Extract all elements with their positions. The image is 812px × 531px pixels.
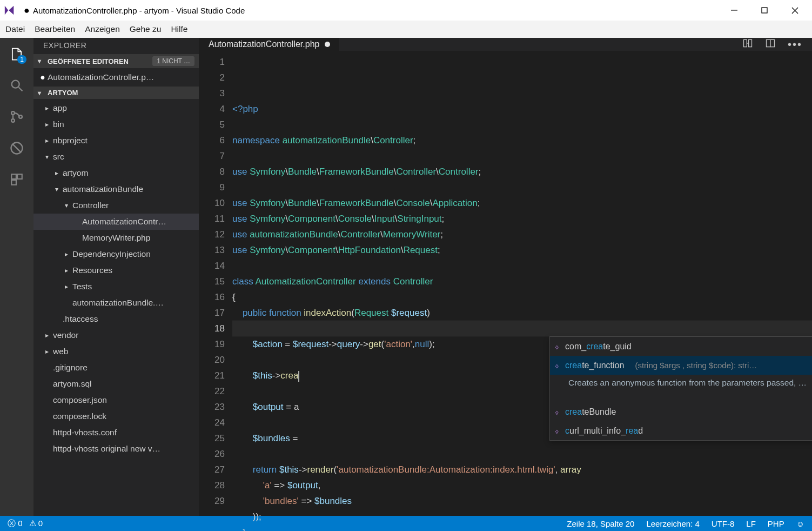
tree-item[interactable]: automatizationBundle.… [33, 295, 199, 311]
tree-item[interactable]: composer.json [33, 392, 199, 408]
tab-label: AutomatizationController.php [209, 39, 319, 49]
tree-item[interactable]: ▸Resources [33, 262, 199, 278]
svg-rect-7 [11, 174, 16, 179]
tree-item[interactable]: ▸web [33, 343, 199, 360]
tree-item[interactable]: .gitignore [33, 360, 199, 376]
close-button[interactable] [780, 0, 810, 21]
tree-item[interactable]: AutomatizationContr… [33, 214, 199, 230]
svg-rect-11 [749, 39, 752, 47]
svg-point-4 [11, 119, 15, 122]
compare-icon[interactable] [742, 38, 753, 51]
activity-bar: 1 [0, 38, 33, 516]
status-warnings[interactable]: ⚠ 0 [29, 519, 43, 528]
explorer-badge: 1 [17, 55, 26, 64]
tree-item[interactable]: httpd-vhosts.conf [33, 424, 199, 441]
tree-item[interactable]: ▸artyom [33, 165, 199, 181]
svg-rect-0 [731, 10, 737, 11]
sidebar-title: EXPLORER [33, 38, 199, 54]
tree-item[interactable]: ▸Tests [33, 278, 199, 295]
tree-item[interactable]: ▾automatizationBundle [33, 181, 199, 197]
split-editor-icon[interactable] [765, 38, 776, 51]
tree-item[interactable]: ▸app [33, 100, 199, 116]
activity-extensions-icon[interactable] [8, 171, 25, 188]
suggest-item[interactable]: ⬨curl_multi_info_read [550, 421, 812, 440]
minimize-button[interactable] [719, 0, 749, 21]
open-editors-header[interactable]: ▾ GEÖFFNETE EDITOREN 1 NICHT … [33, 54, 199, 68]
activity-debug-icon[interactable] [8, 140, 25, 157]
editor-tab[interactable]: AutomatizationController.php [199, 38, 339, 51]
svg-rect-1 [762, 8, 767, 13]
suggest-item[interactable]: ⬨create_function (string $args , string … [550, 356, 812, 375]
suggest-widget: ⬨com_create_guid ⬨create_function (strin… [549, 336, 812, 441]
menu-edit[interactable]: Bearbeiten [35, 24, 75, 34]
svg-rect-10 [743, 39, 747, 47]
tree-item[interactable]: artyom.sql [33, 376, 199, 392]
tree-item[interactable]: ▸nbproject [33, 132, 199, 149]
activity-scm-icon[interactable] [8, 108, 25, 125]
tree-item[interactable]: ▾src [33, 149, 199, 165]
window-title: AutomatizationController.php - artyom - … [33, 6, 245, 15]
titlebar: ● AutomatizationController.php - artyom … [0, 0, 812, 21]
tree-item[interactable]: ▸DependencyInjection [33, 246, 199, 262]
suggest-doc: Creates an anonymous function from the p… [550, 375, 812, 402]
tree-item[interactable]: ▸bin [33, 116, 199, 132]
tree-item[interactable]: ▾Controller [33, 197, 199, 214]
activity-search-icon[interactable] [8, 77, 25, 94]
menu-goto[interactable]: Gehe zu [130, 24, 162, 34]
open-editor-item[interactable]: ● AutomatizationController.p… [33, 69, 199, 85]
menu-help[interactable]: Hilfe [171, 24, 187, 34]
tree-item[interactable]: MemoryWriter.php [33, 230, 199, 246]
svg-point-3 [11, 111, 15, 115]
tree-item[interactable]: .htaccess [33, 311, 199, 327]
unsaved-badge: 1 NICHT … [152, 56, 194, 66]
editor-area: AutomatizationController.php ••• 1234567… [199, 38, 812, 516]
activity-explorer-icon[interactable]: 1 [8, 45, 25, 63]
status-errors[interactable]: ⓧ 0 [8, 519, 23, 529]
suggest-item[interactable]: ⬨com_create_guid [550, 337, 812, 356]
modified-dot: ● [24, 5, 30, 16]
explorer-sidebar: EXPLORER ▾ GEÖFFNETE EDITOREN 1 NICHT … … [33, 38, 199, 516]
menu-view[interactable]: Anzeigen [85, 24, 120, 34]
svg-point-2 [12, 81, 19, 88]
tree-item[interactable]: composer.lock [33, 408, 199, 424]
tree-item[interactable]: ▸vendor [33, 327, 199, 343]
vs-logo-icon [2, 3, 17, 18]
svg-rect-9 [11, 180, 16, 185]
maximize-button[interactable] [749, 0, 780, 21]
suggest-item[interactable]: ⬨createBundle [550, 402, 812, 421]
menubar: Datei Bearbeiten Anzeigen Gehe zu Hilfe [0, 21, 812, 38]
code-editor[interactable]: 1234567891011121314151617181920212223242… [199, 51, 812, 531]
tab-modified-icon [325, 42, 330, 47]
tree-item[interactable]: httpd-vhosts original new v… [33, 441, 199, 457]
menu-file[interactable]: Datei [5, 24, 25, 34]
svg-rect-8 [17, 174, 22, 179]
workspace-header[interactable]: ▾ ARTYOM [33, 87, 199, 99]
more-icon[interactable]: ••• [788, 38, 802, 51]
